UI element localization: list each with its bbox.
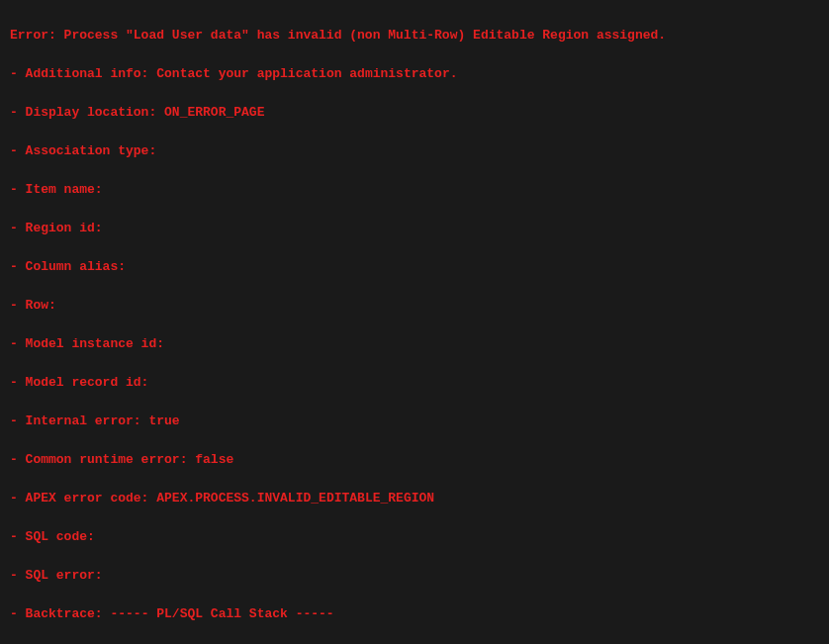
additional-info-value: Contact your application administrator.	[156, 66, 457, 81]
row-label: - Row:	[10, 298, 56, 313]
region-id-label: - Region id:	[10, 221, 103, 235]
apex-error-code-line: - APEX error code: APEX.PROCESS.INVALID_…	[10, 489, 819, 508]
common-runtime-error-value: false	[195, 452, 233, 467]
backtrace-line: - Backtrace: ----- PL/SQL Call Stack ---…	[10, 604, 819, 624]
sql-error-label: - SQL error:	[10, 568, 103, 583]
model-instance-id-label: - Model instance id:	[10, 336, 164, 351]
error-console: Error: Process "Load User data" has inva…	[0, 0, 829, 644]
association-type-label: - Association type:	[10, 143, 156, 158]
internal-error-label: - Internal error:	[10, 414, 141, 428]
region-id-line: - Region id:	[10, 219, 819, 238]
association-type-line: - Association type:	[10, 141, 819, 161]
backtrace-title: ----- PL/SQL Call Stack -----	[110, 606, 333, 621]
model-instance-id-line: - Model instance id:	[10, 334, 819, 354]
error-title: Error: Process "Load User data" has inva…	[10, 26, 819, 46]
apex-error-code-label: - APEX error code:	[10, 491, 148, 506]
item-name-label: - Item name:	[10, 182, 103, 197]
backtrace-label: - Backtrace:	[10, 606, 103, 621]
column-alias-label: - Column alias:	[10, 259, 126, 274]
apex-error-code-value: APEX.PROCESS.INVALID_EDITABLE_REGION	[156, 491, 434, 506]
common-runtime-error-label: - Common runtime error:	[10, 452, 187, 467]
additional-info-label: - Additional info:	[10, 66, 148, 81]
internal-error-value: true	[148, 414, 179, 428]
sql-code-label: - SQL code:	[10, 529, 95, 544]
display-location-label: - Display location:	[10, 105, 156, 120]
sql-code-line: - SQL code:	[10, 527, 819, 547]
internal-error-line: - Internal error: true	[10, 412, 819, 431]
column-alias-line: - Column alias:	[10, 257, 819, 277]
row-line: - Row:	[10, 296, 819, 316]
display-location-line: - Display location: ON_ERROR_PAGE	[10, 103, 819, 123]
display-location-value: ON_ERROR_PAGE	[164, 105, 264, 120]
model-record-id-label: - Model record id:	[10, 375, 148, 390]
common-runtime-error-line: - Common runtime error: false	[10, 450, 819, 470]
additional-info-line: - Additional info: Contact your applicat…	[10, 64, 819, 84]
sql-error-line: - SQL error:	[10, 566, 819, 586]
item-name-line: - Item name:	[10, 180, 819, 200]
model-record-id-line: - Model record id:	[10, 373, 819, 393]
